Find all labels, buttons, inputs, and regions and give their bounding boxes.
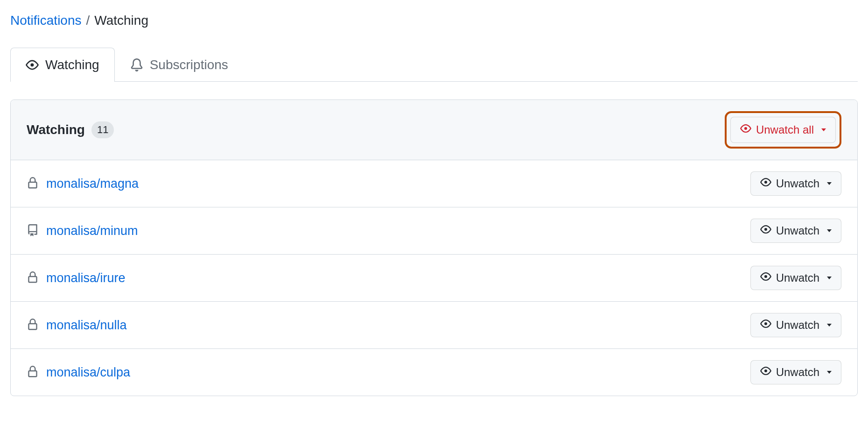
repo-row-left: monalisa/minum bbox=[27, 224, 138, 238]
unwatch-all-label: Unwatch all bbox=[756, 123, 814, 136]
watching-count-badge: 11 bbox=[91, 121, 114, 138]
repo-link[interactable]: monalisa/irure bbox=[46, 271, 126, 285]
unwatch-label: Unwatch bbox=[776, 271, 819, 284]
watching-box-title-group: Watching 11 bbox=[27, 121, 114, 138]
repo-row: monalisa/culpaUnwatch bbox=[11, 349, 857, 396]
breadcrumb-separator: / bbox=[86, 13, 90, 28]
caret-down-icon bbox=[827, 229, 832, 232]
eye-icon bbox=[26, 58, 39, 71]
watching-box-header: Watching 11 Unwatch all bbox=[11, 100, 857, 160]
bell-icon bbox=[130, 58, 143, 71]
lock-icon bbox=[27, 366, 39, 379]
unwatch-all-highlight: Unwatch all bbox=[725, 111, 841, 149]
unwatch-button[interactable]: Unwatch bbox=[750, 171, 841, 196]
breadcrumb-current: Watching bbox=[94, 13, 148, 28]
eye-icon bbox=[760, 224, 771, 238]
repo-icon bbox=[27, 224, 39, 238]
repo-link[interactable]: monalisa/minum bbox=[46, 224, 138, 238]
repo-row: monalisa/minumUnwatch bbox=[11, 207, 857, 255]
unwatch-all-button[interactable]: Unwatch all bbox=[730, 117, 836, 143]
repo-link[interactable]: monalisa/magna bbox=[46, 177, 139, 191]
unwatch-button[interactable]: Unwatch bbox=[750, 360, 841, 384]
tab-watching-label: Watching bbox=[45, 57, 99, 72]
unwatch-label: Unwatch bbox=[776, 319, 819, 332]
lock-icon bbox=[27, 177, 39, 191]
repo-row: monalisa/magnaUnwatch bbox=[11, 160, 857, 207]
unwatch-button[interactable]: Unwatch bbox=[750, 266, 841, 290]
caret-down-icon bbox=[827, 277, 832, 279]
caret-down-icon bbox=[827, 324, 832, 327]
lock-icon bbox=[27, 271, 39, 285]
unwatch-button[interactable]: Unwatch bbox=[750, 219, 841, 243]
repo-row: monalisa/nullaUnwatch bbox=[11, 302, 857, 349]
tab-bar: Watching Subscriptions bbox=[10, 48, 858, 82]
unwatch-button[interactable]: Unwatch bbox=[750, 313, 841, 337]
eye-icon bbox=[760, 365, 771, 379]
lock-icon bbox=[27, 319, 39, 332]
eye-icon bbox=[740, 123, 751, 137]
tab-subscriptions-label: Subscriptions bbox=[150, 57, 228, 72]
eye-icon bbox=[760, 177, 771, 191]
eye-icon bbox=[760, 318, 771, 332]
watching-box: Watching 11 Unwatch all monalisa/magnaUn… bbox=[10, 99, 858, 396]
repo-row-left: monalisa/culpa bbox=[27, 365, 130, 380]
tab-subscriptions[interactable]: Subscriptions bbox=[115, 48, 244, 82]
repo-row-left: monalisa/irure bbox=[27, 271, 126, 285]
repo-row-left: monalisa/nulla bbox=[27, 318, 127, 333]
eye-icon bbox=[760, 271, 771, 285]
tab-watching[interactable]: Watching bbox=[10, 48, 115, 82]
unwatch-label: Unwatch bbox=[776, 366, 819, 379]
repo-row: monalisa/irureUnwatch bbox=[11, 255, 857, 302]
watching-title: Watching bbox=[27, 122, 85, 137]
breadcrumb-notifications-link[interactable]: Notifications bbox=[10, 13, 82, 28]
repo-row-left: monalisa/magna bbox=[27, 177, 139, 191]
caret-down-icon bbox=[827, 371, 832, 374]
breadcrumb: Notifications / Watching bbox=[10, 9, 858, 28]
unwatch-label: Unwatch bbox=[776, 224, 819, 237]
unwatch-label: Unwatch bbox=[776, 177, 819, 190]
caret-down-icon bbox=[827, 182, 832, 185]
repo-link[interactable]: monalisa/culpa bbox=[46, 365, 130, 380]
repo-link[interactable]: monalisa/nulla bbox=[46, 318, 127, 333]
caret-down-icon bbox=[821, 128, 826, 131]
